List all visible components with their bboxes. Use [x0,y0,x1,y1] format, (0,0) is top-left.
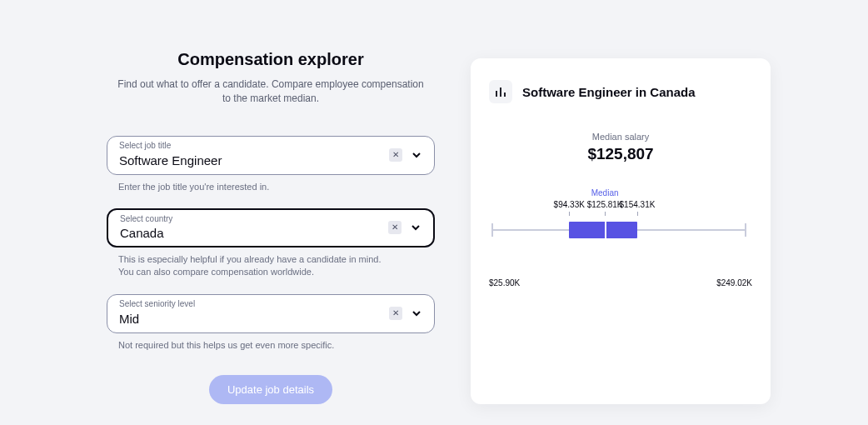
job-title-clear-button[interactable]: ✕ [389,148,402,162]
median-label: $125.81K [587,200,623,209]
seniority-select[interactable]: Select seniority level Mid ✕ [107,294,435,333]
seniority-clear-button[interactable]: ✕ [389,307,402,320]
page-title: Compensation explorer [177,50,363,69]
update-job-details-button[interactable]: Update job details [209,375,332,404]
country-clear-button[interactable]: ✕ [388,221,402,234]
country-helper: This is especially helpful if you alread… [118,253,435,279]
job-title-select[interactable]: Select job title Software Engineer ✕ [107,136,435,175]
median-salary-label: Median salary [489,132,752,142]
median-salary-value: $125,807 [489,145,752,163]
result-card: Software Engineer in Canada Median salar… [471,58,771,404]
min-label: $25.90K [489,278,520,288]
salary-boxplot: $94.33K$125.81K$154.31KMedian$25.90K$249… [489,200,752,275]
chevron-down-icon [411,308,422,319]
job-title-label: Select job title [119,141,171,150]
median-name-label: Median [591,188,619,198]
bar-chart-icon [489,80,512,103]
q1-label: $94.33K [554,200,585,209]
chevron-down-icon [410,222,422,233]
chevron-down-icon [411,149,422,161]
seniority-label: Select seniority level [119,299,195,308]
country-label: Select country [120,214,172,223]
q3-label: $154.31K [620,200,656,209]
job-title-helper: Enter the job title you're interested in… [118,181,435,193]
country-select[interactable]: Select country Canada ✕ [107,208,435,248]
seniority-helper: Not required but this helps us get even … [118,339,435,352]
boxplot-iqr-box [569,222,637,238]
max-label: $249.02K [716,278,752,288]
page-subtitle: Find out what to offer a candidate. Comp… [117,78,425,106]
result-title: Software Engineer in Canada [522,85,696,99]
